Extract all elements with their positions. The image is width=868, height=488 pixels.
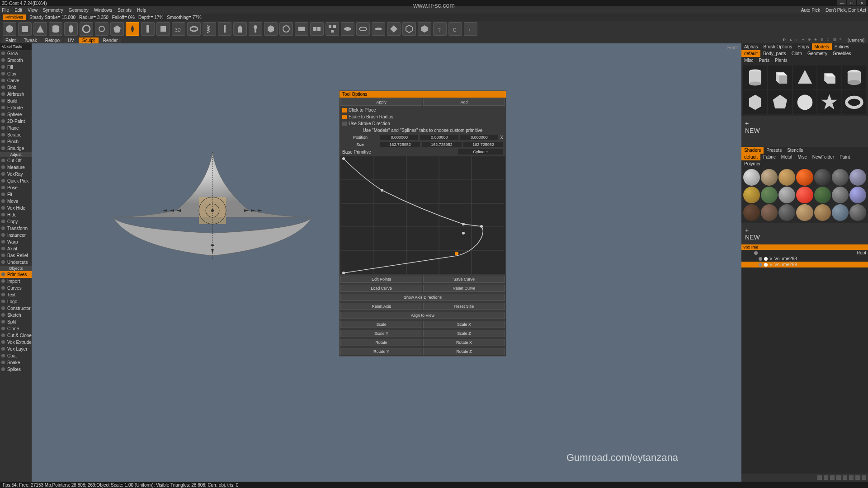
tool-snake[interactable]: Snake (0, 359, 32, 366)
smoothing[interactable]: Smoothing= 77% (167, 15, 201, 20)
tool-bolt-icon[interactable] (218, 22, 231, 36)
room-render[interactable]: Render (99, 38, 122, 43)
menu-scripts[interactable]: Scripts (118, 8, 132, 13)
tab-splines[interactable]: Splines (832, 43, 852, 50)
vp-icon[interactable]: □ (827, 38, 832, 43)
reset-axis-button[interactable]: Reset Axis (340, 303, 422, 310)
steady-stroke[interactable]: Steady Stroke= 15.000 (29, 15, 75, 20)
tab-strips[interactable]: Strips (795, 43, 812, 50)
vt-icon[interactable] (830, 475, 835, 480)
tab-brushoptions[interactable]: Brush Options (761, 43, 795, 50)
tool-pinch[interactable]: Pinch (0, 138, 32, 145)
tool-sphere[interactable]: Sphere (0, 111, 32, 118)
vt-icon[interactable] (862, 475, 866, 480)
size-y-input[interactable]: 162.725952 (422, 142, 462, 147)
tool-hide[interactable]: Hide (0, 211, 32, 218)
tool-cube-icon[interactable] (18, 22, 32, 36)
tool-spikes[interactable]: Spikes (0, 366, 32, 373)
tool-carve[interactable]: Carve (0, 77, 32, 84)
vt-icon[interactable] (849, 475, 854, 480)
reset-curve-button[interactable]: Reset Curve (423, 285, 505, 292)
vp-icon[interactable]: ⊕ (808, 38, 813, 43)
rotz-button[interactable]: Rotate Z (423, 348, 505, 355)
show-axis-button[interactable]: Show Axis Directions (340, 294, 505, 301)
shader-item[interactable] (849, 169, 866, 186)
tool-tool-icon[interactable] (249, 22, 262, 36)
menu-symmetry[interactable]: Symmetry (43, 8, 63, 13)
vp-icon[interactable]: ◈ (814, 38, 820, 43)
tool-coat[interactable]: Coat (0, 352, 32, 359)
subtab-geometry[interactable]: Geometry (805, 50, 830, 57)
shader-item[interactable] (796, 169, 813, 186)
rotate-button[interactable]: Rotate (340, 339, 422, 346)
tool-screw-icon[interactable] (233, 22, 247, 36)
tool-capsule-icon[interactable] (64, 22, 78, 36)
menu-windows[interactable]: Windows (94, 8, 113, 13)
tab-presets[interactable]: Presets (764, 147, 784, 154)
subtab-plants[interactable]: Plants (772, 57, 790, 64)
tool-box-icon[interactable] (295, 22, 308, 36)
model-star[interactable] (817, 90, 841, 114)
model-dodeca[interactable] (743, 90, 767, 114)
subtab-cloth[interactable]: Cloth (789, 50, 805, 57)
tab-stencils[interactable]: Stencils (784, 147, 806, 154)
tool-scrape[interactable]: Scrape (0, 131, 32, 138)
pos-z-input[interactable]: 0.000000 (460, 135, 498, 140)
curve-editor[interactable] (340, 156, 505, 274)
scalez-button[interactable]: Scale Z (423, 330, 505, 337)
tool-lathe-icon[interactable] (126, 22, 139, 36)
shader-item[interactable] (796, 204, 813, 221)
roty-button[interactable]: Rotate Y (340, 348, 422, 355)
tool-thread-icon[interactable] (141, 22, 155, 36)
tool-basrelief[interactable]: Bas-Relief (0, 252, 32, 259)
tool-text-icon[interactable]: 3D (172, 22, 185, 36)
vp-icon[interactable]: ✦ (802, 38, 807, 43)
tool-smooth[interactable]: Smooth (0, 57, 32, 64)
room-uv[interactable]: UV (64, 38, 78, 43)
pos-y-input[interactable]: 0.000000 (420, 135, 458, 140)
shader-item[interactable] (814, 169, 831, 186)
close-button[interactable]: ✕ (857, 0, 866, 5)
shader-item[interactable] (743, 204, 760, 221)
vp-icon[interactable]: ○ (795, 38, 801, 43)
vt-icon[interactable] (824, 475, 828, 480)
tool-split[interactable]: Split (0, 319, 32, 325)
tool-logo[interactable]: Logo (0, 298, 32, 305)
scale-brush-checkbox[interactable] (342, 115, 347, 119)
tool-disc-icon[interactable] (372, 22, 385, 36)
tool-voxhide[interactable]: Vox Hide (0, 205, 32, 211)
subtab-greebles[interactable]: Greebles (830, 50, 854, 57)
voxtree-root[interactable]: Root (741, 250, 868, 256)
pos-x-input[interactable]: 0.000000 (380, 135, 418, 140)
menu-geometry[interactable]: Geometry (69, 8, 89, 13)
falloff[interactable]: Falloff= 0% (112, 15, 135, 20)
new-model-button[interactable]: +NEW (741, 116, 868, 138)
tool-sketch[interactable]: Sketch (0, 312, 32, 319)
model-cylinder[interactable] (743, 66, 767, 89)
tool-cutoff[interactable]: Cut Off (0, 157, 32, 164)
shader-item[interactable] (761, 169, 778, 186)
model-box[interactable] (817, 66, 841, 89)
camera-label[interactable]: [Camera] (846, 38, 866, 42)
tool-help-icon[interactable]: ? (433, 22, 447, 36)
vt-icon[interactable] (855, 475, 860, 480)
load-curve-button[interactable]: Load Curve (340, 285, 422, 292)
vp-icon[interactable]: ▲ (789, 38, 794, 43)
minimize-button[interactable]: — (837, 0, 846, 5)
tool-copy[interactable]: Copy (0, 218, 32, 225)
menu-dontpick[interactable]: Don't Pick, Don't Act (826, 8, 866, 13)
tool-import[interactable]: Import (0, 278, 32, 285)
tool-ngon-icon[interactable] (110, 22, 124, 36)
shader-item[interactable] (849, 187, 866, 203)
menu-autopick[interactable]: Auto Pick (801, 8, 820, 13)
tool-pose[interactable]: Pose (0, 184, 32, 191)
tool-torus-icon[interactable] (187, 22, 201, 36)
shader-item[interactable] (778, 169, 795, 186)
subtab-bodyparts[interactable]: Body_parts (760, 50, 789, 57)
subtab-parts[interactable]: Parts (756, 57, 772, 64)
shader-sub-default[interactable]: default (741, 154, 760, 160)
menu-help[interactable]: Help (137, 8, 146, 13)
scale-button[interactable]: Scale (340, 321, 422, 328)
tool-spring-icon[interactable] (203, 22, 216, 36)
shader-item[interactable] (849, 204, 866, 221)
